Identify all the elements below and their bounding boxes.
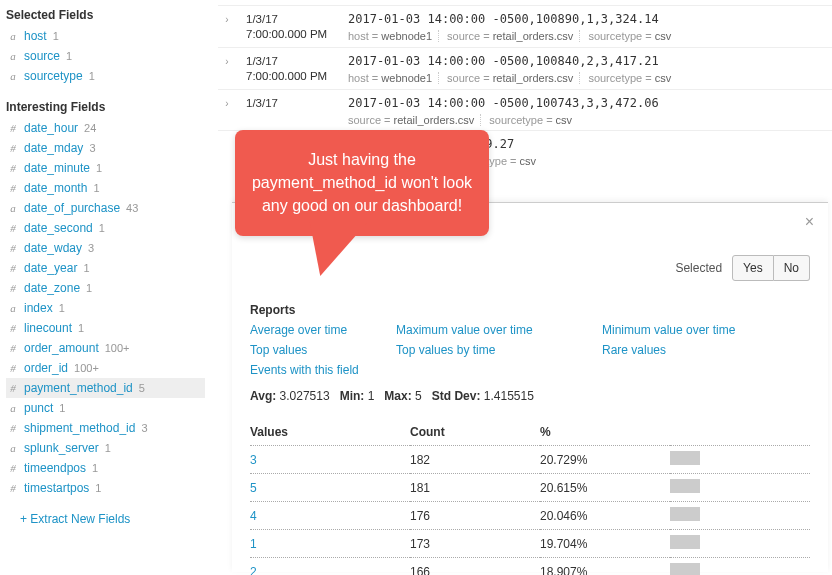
field-date_year[interactable]: #date_year1 [6, 258, 205, 278]
field-name: punct [24, 401, 53, 415]
field-count: 24 [84, 122, 96, 134]
field-count: 1 [92, 462, 98, 474]
field-name: date_hour [24, 121, 78, 135]
field-name: order_id [24, 361, 68, 375]
col-pct: % [540, 421, 670, 446]
field-type-icon: # [8, 242, 18, 254]
field-date_month[interactable]: #date_month1 [6, 178, 205, 198]
field-host[interactable]: ahost1 [6, 26, 205, 46]
report-top-values[interactable]: Top values [250, 343, 390, 357]
selected-fields-header: Selected Fields [6, 8, 205, 22]
report-min-over-time[interactable]: Minimum value over time [602, 323, 782, 337]
field-count: 100+ [105, 342, 130, 354]
field-date_wday[interactable]: #date_wday3 [6, 238, 205, 258]
report-avg-over-time[interactable]: Average over time [250, 323, 390, 337]
field-date_minute[interactable]: #date_minute1 [6, 158, 205, 178]
field-date_of_purchase[interactable]: adate_of_purchase43 [6, 198, 205, 218]
field-name: timestartpos [24, 481, 89, 495]
field-type-icon: # [8, 262, 18, 274]
field-type-icon: a [8, 50, 18, 62]
field-timeendpos[interactable]: #timeendpos1 [6, 458, 205, 478]
field-type-icon: # [8, 382, 18, 394]
field-count: 3 [89, 142, 95, 154]
table-row: 117319.704% [250, 530, 810, 558]
expand-chevron-icon[interactable]: › [218, 96, 236, 126]
field-splunk_server[interactable]: asplunk_server1 [6, 438, 205, 458]
field-date_second[interactable]: #date_second1 [6, 218, 205, 238]
field-date_mday[interactable]: #date_mday3 [6, 138, 205, 158]
field-source[interactable]: asource1 [6, 46, 205, 66]
field-type-icon: a [8, 202, 18, 214]
field-count: 1 [89, 70, 95, 82]
field-order_id[interactable]: #order_id100+ [6, 358, 205, 378]
field-type-icon: # [8, 482, 18, 494]
event-body: 2017-01-03 14:00:00 -0500,100890,1,3,324… [348, 12, 832, 43]
value-pct: 20.046% [540, 502, 670, 530]
selected-no-button[interactable]: No [774, 255, 810, 281]
field-type-icon: a [8, 70, 18, 82]
value-pct: 20.729% [540, 446, 670, 474]
field-type-icon: # [8, 282, 18, 294]
value-link[interactable]: 4 [250, 509, 257, 523]
field-payment_method_id[interactable]: #payment_method_id5 [6, 378, 205, 398]
selected-yes-button[interactable]: Yes [732, 255, 774, 281]
expand-chevron-icon[interactable] [218, 137, 236, 167]
field-stats: Avg: 3.027513 Min: 1 Max: 5 Std Dev: 1.4… [250, 389, 810, 403]
field-date_zone[interactable]: #date_zone1 [6, 278, 205, 298]
field-sourcetype[interactable]: asourcetype1 [6, 66, 205, 86]
field-order_amount[interactable]: #order_amount100+ [6, 338, 205, 358]
field-type-icon: # [8, 162, 18, 174]
field-type-icon: a [8, 30, 18, 42]
value-bar [670, 479, 700, 493]
field-count: 1 [86, 282, 92, 294]
report-rare-values[interactable]: Rare values [602, 343, 782, 357]
field-name: payment_method_id [24, 381, 133, 395]
expand-chevron-icon[interactable]: › [218, 12, 236, 43]
field-count: 1 [83, 262, 89, 274]
field-type-icon: a [8, 442, 18, 454]
event-timestamp: 1/3/177:00:00.000 PM [246, 12, 338, 43]
value-link[interactable]: 3 [250, 453, 257, 467]
field-name: host [24, 29, 47, 43]
value-bar [670, 535, 700, 549]
value-bar [670, 451, 700, 465]
value-link[interactable]: 1 [250, 537, 257, 551]
value-link[interactable]: 5 [250, 481, 257, 495]
field-timestartpos[interactable]: #timestartpos1 [6, 478, 205, 498]
reports-header: Reports [250, 303, 810, 317]
field-type-icon: # [8, 422, 18, 434]
field-name: date_wday [24, 241, 82, 255]
expand-chevron-icon[interactable] [218, 0, 236, 1]
field-type-icon: # [8, 362, 18, 374]
field-count: 1 [96, 162, 102, 174]
field-date_hour[interactable]: #date_hour24 [6, 118, 205, 138]
value-link[interactable]: 2 [250, 565, 257, 576]
field-count: 1 [59, 402, 65, 414]
report-events-with-field[interactable]: Events with this field [250, 363, 390, 377]
field-count: 1 [78, 322, 84, 334]
report-max-over-time[interactable]: Maximum value over time [396, 323, 596, 337]
selected-label: Selected [675, 261, 722, 275]
field-type-icon: # [8, 182, 18, 194]
values-table: Values Count % 318220.729%518120.615%417… [250, 421, 810, 575]
expand-chevron-icon[interactable]: › [218, 54, 236, 85]
event-body: 2017-01-03 14:00:00 -0500,100743,3,3,472… [348, 96, 832, 126]
field-count: 1 [59, 302, 65, 314]
close-icon[interactable]: × [805, 213, 814, 231]
report-top-by-time[interactable]: Top values by time [396, 343, 596, 357]
table-row: 518120.615% [250, 474, 810, 502]
field-index[interactable]: aindex1 [6, 298, 205, 318]
event-row: ›1/3/172017-01-03 14:00:00 -0500,100743,… [218, 89, 832, 130]
event-body: 2017-01-03 14:00:00 -0500,100840,2,3,417… [348, 54, 832, 85]
field-name: date_of_purchase [24, 201, 120, 215]
field-shipment_method_id[interactable]: #shipment_method_id3 [6, 418, 205, 438]
event-meta: host = webnode1source = retail_orders.cs… [348, 72, 832, 84]
event-meta: host = webnode1source = retail_orders.cs… [348, 30, 832, 42]
field-linecount[interactable]: #linecount1 [6, 318, 205, 338]
value-count: 181 [410, 474, 540, 502]
field-punct[interactable]: apunct1 [6, 398, 205, 418]
table-row: 216618.907% [250, 558, 810, 576]
value-pct: 20.615% [540, 474, 670, 502]
extract-new-fields-link[interactable]: + Extract New Fields [6, 498, 205, 526]
field-count: 1 [66, 50, 72, 62]
